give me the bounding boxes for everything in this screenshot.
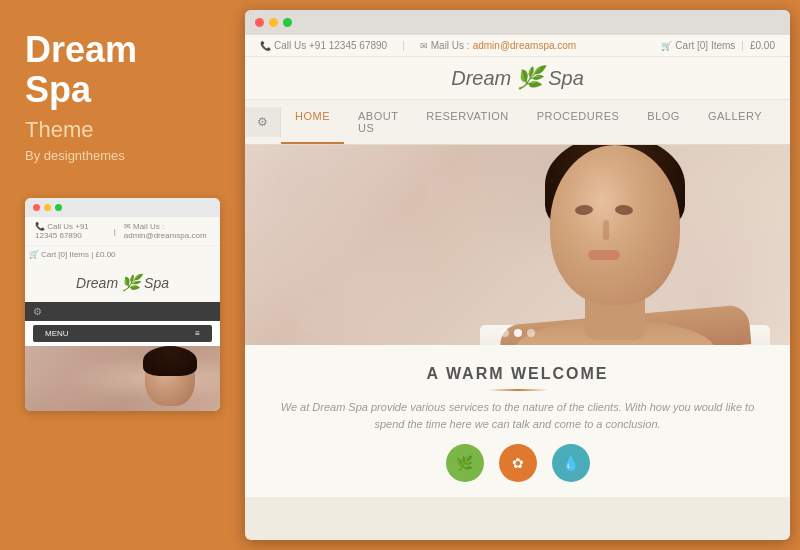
- feature-icon-green: 🌿: [446, 444, 484, 482]
- mini-logo-area: Dream 🌿 Spa: [25, 263, 220, 302]
- theme-subtitle: Theme: [25, 117, 220, 143]
- dot-yellow: [269, 18, 278, 27]
- flower-icon: ✿: [512, 455, 524, 471]
- theme-title: Dream Spa: [25, 30, 220, 109]
- mail-icon: ✉: [420, 41, 428, 51]
- carousel-dot-active[interactable]: [514, 329, 522, 337]
- mini-cart-icon: 🛒: [29, 250, 39, 259]
- topbar-separator: |: [402, 40, 405, 51]
- mini-gear-icon: ⚙: [33, 306, 42, 317]
- site-logo: Dream 🌿 Spa: [451, 65, 584, 91]
- carousel-dot[interactable]: [527, 329, 535, 337]
- leaf-icon: 🌿: [456, 455, 473, 471]
- hero-section: [245, 145, 790, 345]
- mini-leaf-icon: 🌿: [121, 273, 141, 292]
- feature-icon-orange: ✿: [499, 444, 537, 482]
- hero-person-image: [500, 145, 730, 345]
- mini-phone: 📞 Call Us +91 12345 67890: [35, 222, 106, 240]
- nav-item-blog[interactable]: BLOG: [633, 100, 694, 144]
- cart-icon: 🛒: [661, 41, 672, 51]
- mini-topbar: 📞 Call Us +91 12345 67890 | ✉ Mail Us : …: [25, 217, 220, 246]
- mini-dot-yellow: [44, 204, 51, 211]
- mail-icon: ✉: [124, 222, 131, 231]
- nav-item-procedures[interactable]: PROCEDURES: [523, 100, 634, 144]
- nav-item-reservation[interactable]: RESERVATION: [412, 100, 523, 144]
- site-topbar: 📞 Call Us +91 12345 67890 | ✉ Mail Us : …: [245, 35, 790, 57]
- nav-items: HOME ABOUT US RESERVATION PROCEDURES BLO…: [281, 100, 790, 144]
- welcome-text: We at Dream Spa provide various services…: [278, 399, 758, 432]
- site-phone: 📞 Call Us +91 12345 67890: [260, 40, 387, 51]
- divider-line: [488, 389, 548, 391]
- mini-menu-button[interactable]: MENU ≡: [33, 325, 212, 342]
- dot-red: [255, 18, 264, 27]
- mini-gear-bar: ⚙: [25, 302, 220, 321]
- nav-gear-icon[interactable]: ⚙: [245, 107, 281, 137]
- welcome-divider: [275, 389, 760, 391]
- left-panel: Dream Spa Theme By designthemes 📞 Call U…: [0, 0, 245, 550]
- mini-dot-green: [55, 204, 62, 211]
- mini-dot-red: [33, 204, 40, 211]
- nav-item-home[interactable]: HOME: [281, 100, 344, 144]
- mini-menu-bar: MENU ≡: [25, 321, 220, 346]
- hero-face: [550, 145, 680, 305]
- site-leaf-icon: 🌿: [516, 65, 543, 91]
- nav-bar: ⚙ HOME ABOUT US RESERVATION PROCEDURES B…: [245, 100, 790, 145]
- nav-item-about[interactable]: ABOUT US: [344, 100, 412, 144]
- mini-logo: Dream 🌿 Spa: [76, 273, 169, 292]
- phone-icon: 📞: [260, 41, 271, 51]
- mini-browser-bar: [25, 198, 220, 217]
- main-browser: 📞 Call Us +91 12345 67890 | ✉ Mail Us : …: [245, 10, 790, 540]
- site-mail: ✉ Mail Us : admin@dreamspa.com: [420, 40, 576, 51]
- phone-icon: 📞: [35, 222, 45, 231]
- theme-by: By designthemes: [25, 148, 220, 163]
- mini-hero-image: [25, 346, 220, 411]
- browser-chrome-bar: [245, 10, 790, 35]
- hamburger-icon: ≡: [195, 329, 200, 338]
- feature-icons: 🌿 ✿ 💧: [275, 444, 760, 482]
- mini-browser-preview: 📞 Call Us +91 12345 67890 | ✉ Mail Us : …: [25, 198, 220, 411]
- site-logo-area: Dream 🌿 Spa: [245, 57, 790, 100]
- feature-icon-teal: 💧: [552, 444, 590, 482]
- mini-separator: |: [114, 227, 116, 236]
- carousel-dot[interactable]: [501, 329, 509, 337]
- mini-mail: ✉ Mail Us : admin@dreamspa.com: [124, 222, 210, 240]
- water-icon: 💧: [562, 455, 579, 471]
- dot-green: [283, 18, 292, 27]
- site-cart: 🛒 Cart [0] Items | £0.00: [661, 40, 775, 51]
- nav-item-shortcodes[interactable]: SHORTCODES: [776, 100, 790, 144]
- welcome-title: A WARM WELCOME: [275, 365, 760, 383]
- carousel-dots: [501, 329, 535, 337]
- nav-item-gallery[interactable]: GALLERY: [694, 100, 776, 144]
- welcome-section: A WARM WELCOME We at Dream Spa provide v…: [245, 345, 790, 497]
